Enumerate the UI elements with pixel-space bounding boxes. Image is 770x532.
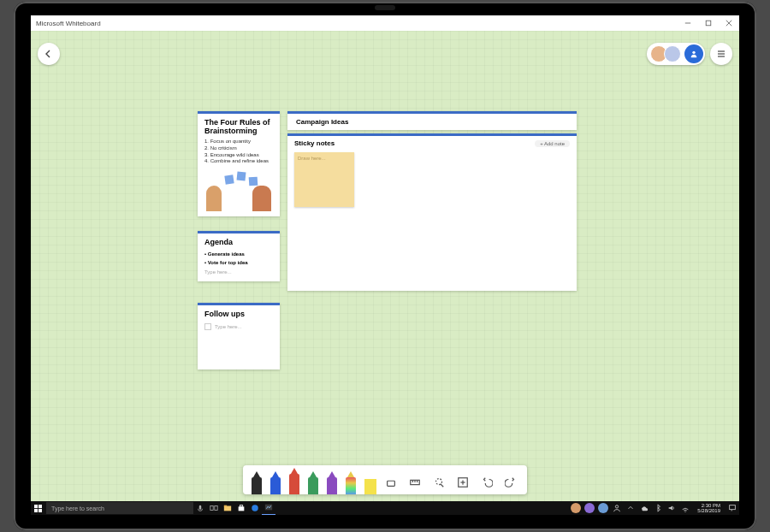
taskbar-avatar[interactable]	[596, 501, 610, 515]
svg-rect-24	[215, 506, 217, 511]
svg-rect-20	[34, 508, 38, 511]
card-agenda[interactable]: Agenda Generate ideas Vote for top idea …	[198, 231, 280, 281]
network-icon[interactable]	[678, 501, 692, 515]
sticky-section-header: Sticky notes + Add note	[287, 136, 577, 151]
onedrive-icon[interactable]	[637, 501, 651, 515]
highlighter[interactable]	[364, 470, 375, 494]
agenda-placeholder[interactable]: Type here...	[198, 267, 280, 281]
windows-taskbar: Type here to search 2:30 PM 5/28/2019	[31, 501, 739, 515]
svg-rect-28	[240, 505, 242, 507]
svg-rect-26	[224, 505, 227, 507]
tray-chevron-icon[interactable]	[624, 501, 637, 515]
search-placeholder: Type here to search	[51, 505, 104, 511]
pen-blue[interactable]	[270, 470, 281, 494]
tablet-camera	[375, 5, 395, 10]
collaborators-pill[interactable]	[647, 43, 705, 65]
rules-illustration	[203, 170, 275, 211]
taskbar-avatar[interactable]	[583, 501, 596, 515]
window-close-button[interactable]	[719, 15, 739, 31]
lasso-button[interactable]	[431, 470, 447, 494]
svg-point-31	[616, 505, 619, 508]
file-explorer-icon[interactable]	[221, 501, 234, 515]
list-item: 2. No criticism	[204, 145, 273, 152]
pen-purple[interactable]	[327, 470, 337, 494]
volume-icon[interactable]	[665, 501, 678, 515]
card-title: Agenda	[198, 233, 280, 250]
list-item: 4. Combine and refine ideas	[204, 158, 273, 165]
section-title: Sticky notes	[294, 139, 335, 147]
list-item: 1. Focus on quantity	[204, 139, 273, 145]
agenda-item: Vote for top idea	[198, 258, 280, 267]
svg-rect-27	[239, 506, 245, 511]
tablet-frame: Microsoft Whiteboard	[14, 2, 756, 530]
svg-rect-33	[730, 505, 736, 510]
window-minimize-button[interactable]	[678, 15, 698, 31]
start-button[interactable]	[31, 501, 44, 515]
pen-black[interactable]	[252, 470, 262, 494]
checkbox-icon[interactable]	[204, 323, 211, 330]
card-title: Follow ups	[198, 305, 280, 322]
pen-green[interactable]	[308, 470, 318, 494]
card-followups[interactable]: Follow ups Type here...	[198, 303, 280, 369]
pen-toolbar	[243, 465, 527, 494]
action-center-icon[interactable]	[726, 501, 739, 515]
pen-rainbow[interactable]	[346, 470, 356, 494]
taskbar-avatar[interactable]	[569, 501, 583, 515]
pen-red[interactable]	[289, 467, 299, 494]
svg-point-4	[692, 51, 695, 54]
svg-point-29	[252, 505, 258, 511]
agenda-item: Generate ideas	[198, 250, 280, 258]
list-item: 3. Encourage wild ideas	[204, 152, 273, 159]
sticky-placeholder: Draw here...	[298, 156, 326, 161]
svg-rect-21	[38, 508, 41, 511]
svg-rect-1	[706, 21, 711, 26]
svg-rect-25	[224, 506, 231, 511]
bluetooth-icon[interactable]	[651, 501, 665, 515]
window-controls	[678, 15, 739, 31]
sticky-note[interactable]: Draw here...	[294, 152, 354, 207]
add-note-button[interactable]: + Add note	[535, 140, 570, 147]
svg-rect-19	[38, 505, 41, 508]
svg-point-32	[685, 511, 686, 512]
svg-line-14	[441, 484, 444, 488]
cortana-mic-icon[interactable]	[193, 501, 207, 515]
screen: Microsoft Whiteboard	[31, 15, 739, 515]
avatar	[664, 45, 681, 62]
add-button[interactable]	[455, 470, 471, 494]
rules-list: 1. Focus on quantity 2. No criticism 3. …	[198, 139, 280, 168]
card-rules[interactable]: The Four Rules of Brainstorming 1. Focus…	[198, 111, 280, 216]
people-icon[interactable]	[610, 501, 624, 515]
clock-date: 5/28/2019	[697, 508, 720, 513]
placeholder-text: Type here...	[215, 324, 242, 329]
card-campaign-header[interactable]: Campaign Ideas	[287, 111, 577, 130]
undo-button[interactable]	[479, 470, 495, 494]
followup-placeholder[interactable]: Type here...	[198, 322, 280, 332]
task-view-button[interactable]	[207, 501, 221, 515]
svg-rect-8	[388, 481, 395, 486]
ruler-button[interactable]	[407, 470, 423, 494]
card-title: Campaign Ideas	[287, 114, 577, 130]
redo-button[interactable]	[503, 470, 518, 494]
invite-button[interactable]	[684, 44, 703, 63]
taskbar-search[interactable]: Type here to search	[46, 502, 193, 514]
svg-rect-22	[199, 505, 202, 510]
card-sticky-section[interactable]: Sticky notes + Add note Draw here...	[287, 133, 577, 291]
back-button[interactable]	[38, 43, 60, 65]
whiteboard-app-icon[interactable]	[262, 500, 275, 515]
whiteboard-canvas[interactable]: The Four Rules of Brainstorming 1. Focus…	[31, 31, 739, 501]
window-titlebar: Microsoft Whiteboard	[31, 15, 739, 32]
store-icon[interactable]	[234, 501, 248, 515]
eraser-button[interactable]	[383, 470, 399, 494]
svg-rect-18	[34, 505, 38, 508]
edge-icon[interactable]	[248, 501, 262, 515]
window-maximize-button[interactable]	[698, 15, 719, 31]
svg-point-13	[436, 479, 442, 485]
taskbar-clock[interactable]: 2:30 PM 5/28/2019	[692, 503, 726, 513]
card-title: The Four Rules of Brainstorming	[198, 114, 280, 139]
svg-rect-23	[210, 506, 213, 511]
settings-menu-button[interactable]	[710, 43, 732, 65]
window-title: Microsoft Whiteboard	[36, 20, 101, 27]
